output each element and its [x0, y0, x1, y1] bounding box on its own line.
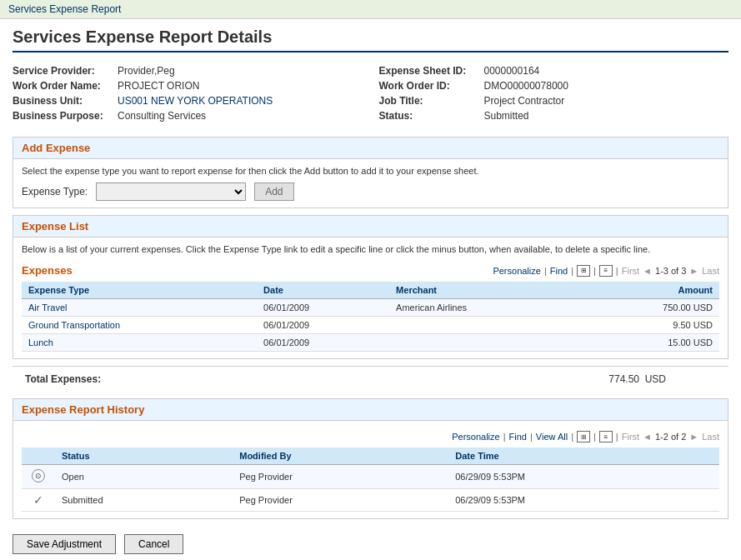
- expense-type-cell: Lunch: [22, 334, 257, 352]
- history-icon-cell: ✓: [22, 489, 55, 512]
- total-row: Total Expenses: 774.50 USD: [13, 366, 728, 392]
- info-row: Expense Sheet ID:0000000164: [379, 63, 729, 78]
- table-row: Air Travel 06/01/2009 American Airlines …: [22, 299, 719, 317]
- page-title: Services Expense Report Details: [13, 28, 728, 52]
- info-label: Business Purpose:: [13, 110, 113, 122]
- expense-date-cell: 06/01/2009: [257, 334, 389, 352]
- history-header-row: Status Modified By Date Time: [22, 448, 719, 465]
- next-icon[interactable]: ►: [689, 266, 698, 276]
- expense-list-desc: Below is a list of your current expenses…: [22, 244, 719, 254]
- history-modified-cell: Peg Provider: [233, 465, 448, 489]
- expense-type-link[interactable]: Air Travel: [28, 302, 67, 312]
- cancel-button[interactable]: Cancel: [124, 534, 183, 554]
- history-header: Expense Report History: [13, 399, 728, 421]
- history-next-icon[interactable]: ►: [689, 432, 698, 442]
- page-container: Services Expense Report Services Expense…: [0, 0, 741, 560]
- add-expense-body: Select the expense type you want to repo…: [13, 159, 728, 208]
- history-personalize-link[interactable]: Personalize: [452, 432, 499, 442]
- expense-list-panel: Expense List Below is a list of your cur…: [13, 215, 728, 359]
- page-title-section: Services Expense Report Details: [0, 19, 741, 57]
- expense-type-cell: Ground Transportation: [22, 317, 257, 334]
- expense-type-link[interactable]: Lunch: [28, 338, 53, 348]
- info-row: Business Purpose:Consulting Services: [13, 108, 363, 123]
- history-nav-range: 1-2 of 2: [655, 432, 686, 442]
- info-label: Work Order Name:: [13, 80, 113, 92]
- list-item: ✓ Submitted Peg Provider 06/29/09 5:53PM: [22, 489, 719, 512]
- info-label: Job Title:: [379, 95, 479, 107]
- history-panel: Expense Report History Personalize | Fin…: [13, 398, 728, 519]
- history-grid-icon[interactable]: ⊞: [577, 431, 590, 442]
- info-row: Status:Submitted: [379, 108, 729, 123]
- table-row: Ground Transportation 06/01/2009 9.50 US…: [22, 317, 719, 334]
- col-merchant: Merchant: [389, 282, 578, 299]
- add-expense-header: Add Expense: [13, 138, 728, 159]
- history-viewall-link[interactable]: View All: [536, 432, 568, 442]
- expense-type-cell: Air Travel: [22, 299, 257, 317]
- col-date: Date: [257, 282, 389, 299]
- col-amount: Amount: [578, 282, 719, 299]
- history-export-icon[interactable]: ≡: [599, 431, 613, 442]
- col-date-time: Date Time: [448, 448, 719, 465]
- history-modified-cell: Peg Provider: [233, 489, 448, 512]
- info-label: Expense Sheet ID:: [379, 65, 479, 77]
- expense-type-select[interactable]: [96, 182, 246, 201]
- info-row: Work Order ID:DMO00000078000: [379, 78, 729, 93]
- find-link[interactable]: Find: [550, 266, 568, 276]
- col-icon: [22, 448, 55, 465]
- info-label: Status:: [379, 110, 479, 122]
- expense-toolbar-right: Personalize | Find | ⊞ | ≡ | First ◄ 1-3…: [493, 265, 719, 277]
- info-value: Provider,Peg: [118, 65, 175, 77]
- col-expense-type: Expense Type: [22, 282, 257, 299]
- history-find-link[interactable]: Find: [509, 432, 527, 442]
- table-row: Lunch 06/01/2009 15.00 USD: [22, 334, 719, 352]
- first-nav[interactable]: First: [622, 266, 639, 276]
- grid-icon[interactable]: ⊞: [577, 265, 590, 277]
- history-body: Personalize | Find | View All | ⊞ | ≡ | …: [13, 421, 728, 518]
- add-expense-button[interactable]: Add: [254, 182, 293, 201]
- export-icon[interactable]: ≡: [599, 265, 613, 277]
- history-icon-cell: ⊙: [22, 465, 55, 489]
- personalize-link[interactable]: Personalize: [493, 266, 540, 276]
- info-value: Submitted: [484, 110, 529, 122]
- expense-type-link[interactable]: Ground Transportation: [28, 320, 120, 330]
- breadcrumb-link[interactable]: Services Expense Report: [8, 3, 121, 15]
- total-label: Total Expenses:: [25, 373, 608, 385]
- history-last-nav[interactable]: Last: [702, 432, 719, 442]
- info-row: Business Unit:US001 NEW YORK OPERATIONS: [13, 93, 363, 108]
- expense-type-row: Expense Type: Add: [22, 182, 719, 201]
- expense-merchant-cell: American Airlines: [389, 299, 578, 317]
- add-expense-desc: Select the expense type you want to repo…: [22, 166, 719, 176]
- info-right: Expense Sheet ID:0000000164Work Order ID…: [379, 63, 729, 123]
- info-value: Consulting Services: [118, 110, 206, 122]
- info-value: PROJECT ORION: [118, 80, 199, 92]
- clock-icon: ⊙: [32, 469, 45, 482]
- info-row: Work Order Name:PROJECT ORION: [13, 78, 363, 93]
- save-adjustment-button[interactable]: Save Adjustment: [13, 534, 116, 554]
- expense-amount-cell: 750.00 USD: [578, 299, 719, 317]
- history-datetime-cell: 06/29/09 5:53PM: [448, 489, 719, 512]
- info-label: Service Provider:: [13, 65, 113, 77]
- info-value: Project Contractor: [484, 95, 565, 107]
- history-prev-icon[interactable]: ◄: [643, 432, 652, 442]
- col-status: Status: [55, 448, 233, 465]
- info-value: DMO00000078000: [484, 80, 568, 92]
- expense-list-header: Expense List: [13, 216, 728, 238]
- info-section: Service Provider:Provider,PegWork Order …: [0, 57, 741, 130]
- info-label: Business Unit:: [13, 95, 113, 107]
- total-value: 774.50 USD: [608, 373, 666, 385]
- last-nav[interactable]: Last: [702, 266, 719, 276]
- prev-icon[interactable]: ◄: [643, 266, 652, 276]
- expense-amount-cell: 9.50 USD: [578, 317, 719, 334]
- expense-table-title: Expenses: [22, 264, 73, 277]
- expense-date-cell: 06/01/2009: [257, 317, 389, 334]
- expense-table: Expense Type Date Merchant Amount Air Tr…: [22, 282, 719, 352]
- history-toolbar-right: Personalize | Find | View All | ⊞ | ≡ | …: [452, 431, 719, 442]
- nav-range: 1-3 of 3: [655, 266, 686, 276]
- history-table: Status Modified By Date Time ⊙ Open Peg …: [22, 448, 719, 512]
- checkmark-icon: ✓: [33, 493, 43, 507]
- info-value: US001 NEW YORK OPERATIONS: [118, 95, 273, 107]
- info-value: 0000000164: [484, 65, 540, 77]
- history-first-nav[interactable]: First: [622, 432, 639, 442]
- info-left: Service Provider:Provider,PegWork Order …: [13, 63, 363, 123]
- expense-merchant-cell: [389, 334, 578, 352]
